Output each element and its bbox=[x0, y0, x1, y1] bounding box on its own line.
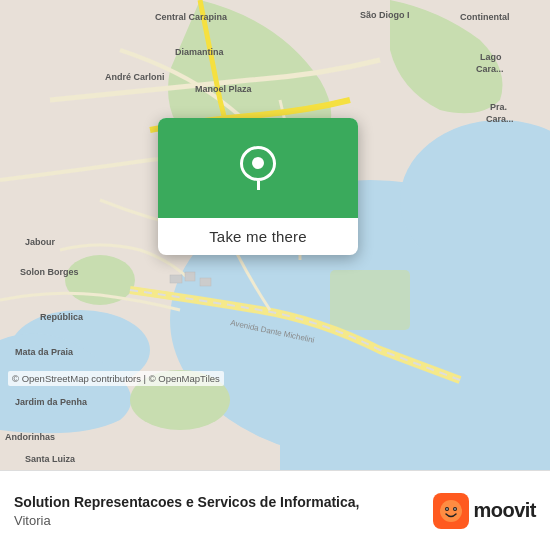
svg-point-37 bbox=[447, 508, 449, 510]
popup-button-area[interactable]: Take me there bbox=[158, 218, 358, 255]
moovit-text: moovit bbox=[473, 499, 536, 522]
business-info: Solution Representacoes e Servicos de In… bbox=[14, 493, 419, 528]
svg-text:Mata da Praia: Mata da Praia bbox=[15, 347, 74, 357]
popup-header bbox=[158, 118, 358, 218]
map-attribution: © OpenStreetMap contributors | © OpenMap… bbox=[8, 371, 224, 386]
popup-card[interactable]: Take me there bbox=[158, 118, 358, 255]
svg-point-34 bbox=[440, 500, 462, 522]
svg-text:Solon Borges: Solon Borges bbox=[20, 267, 79, 277]
svg-text:Central Carapina: Central Carapina bbox=[155, 12, 228, 22]
svg-rect-27 bbox=[170, 275, 182, 283]
svg-text:Cara...: Cara... bbox=[476, 64, 504, 74]
map-container[interactable]: Avenida Dante Michelini Jabour Solon Bor… bbox=[0, 0, 550, 470]
svg-text:Jabour: Jabour bbox=[25, 237, 56, 247]
svg-text:Andorinhas: Andorinhas bbox=[5, 432, 55, 442]
take-me-there-button[interactable]: Take me there bbox=[209, 228, 307, 245]
moovit-icon bbox=[433, 493, 469, 529]
svg-text:André Carloni: André Carloni bbox=[105, 72, 165, 82]
moovit-logo: moovit bbox=[433, 493, 536, 529]
business-name: Solution Representacoes e Servicos de In… bbox=[14, 493, 419, 511]
business-city: Vitoria bbox=[14, 513, 419, 528]
svg-text:República: República bbox=[40, 312, 84, 322]
svg-text:Continental: Continental bbox=[460, 12, 510, 22]
svg-text:Diamantina: Diamantina bbox=[175, 47, 225, 57]
svg-text:Manoel Plaza: Manoel Plaza bbox=[195, 84, 253, 94]
svg-text:Pra.: Pra. bbox=[490, 102, 507, 112]
bottom-bar: Solution Representacoes e Servicos de In… bbox=[0, 470, 550, 550]
svg-text:Jardim da Penha: Jardim da Penha bbox=[15, 397, 88, 407]
svg-text:Cara...: Cara... bbox=[486, 114, 514, 124]
svg-text:Santa Luiza: Santa Luiza bbox=[25, 454, 76, 464]
svg-text:Lago: Lago bbox=[480, 52, 502, 62]
svg-text:São Diogo I: São Diogo I bbox=[360, 10, 410, 20]
svg-rect-28 bbox=[185, 272, 195, 281]
svg-point-38 bbox=[455, 508, 457, 510]
location-pin-icon bbox=[240, 146, 276, 190]
svg-rect-5 bbox=[330, 270, 410, 330]
svg-rect-29 bbox=[200, 278, 211, 286]
